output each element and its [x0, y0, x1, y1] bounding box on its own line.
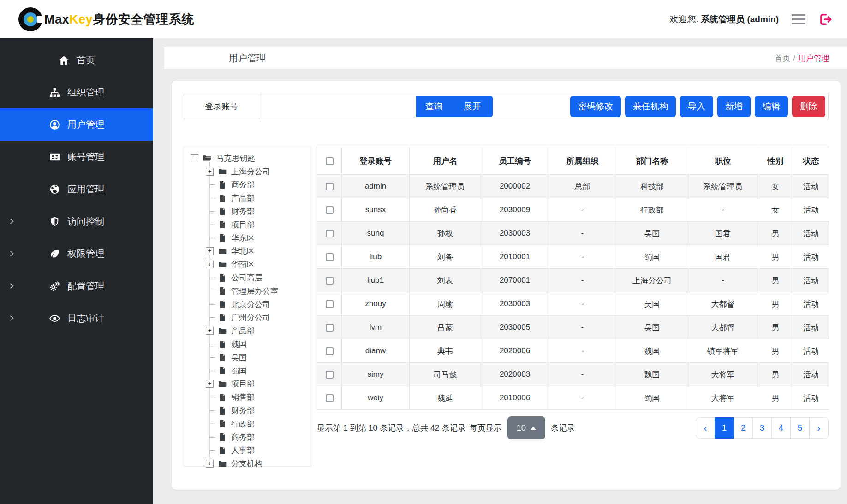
- tree-item[interactable]: −马克思钥匙: [191, 152, 309, 165]
- tree-item[interactable]: 产品部: [206, 191, 309, 205]
- tree-item[interactable]: +项目部: [206, 378, 309, 391]
- table-row[interactable]: weiy魏延2010006-蜀国大将军男活动: [317, 386, 829, 410]
- tree-item[interactable]: 商务部: [206, 178, 309, 192]
- tree-item-label[interactable]: 马克思钥匙: [216, 153, 255, 164]
- next-page-button[interactable]: ›: [809, 417, 829, 439]
- tree-item[interactable]: 北京分公司: [206, 298, 309, 311]
- tree-expander-plus[interactable]: +: [206, 327, 214, 335]
- tree-item-label[interactable]: 广州分公司: [231, 312, 270, 323]
- sidebar-item-application[interactable]: 应用管理: [0, 173, 153, 205]
- delete-button[interactable]: 删除: [792, 96, 825, 117]
- table-row[interactable]: dianw典韦2020006-魏国镇军将军男活动: [317, 339, 829, 363]
- table-row[interactable]: lvm吕蒙2030005-吴国大都督男活动: [317, 316, 829, 339]
- row-checkbox[interactable]: [326, 206, 334, 214]
- row-checkbox[interactable]: [326, 230, 334, 237]
- import-button[interactable]: 导入: [680, 96, 713, 117]
- tree-item[interactable]: 华东区: [206, 231, 309, 245]
- sidebar-item-organization[interactable]: 组织管理: [0, 76, 153, 108]
- table-row[interactable]: zhouy周瑜2030003-吴国大都督男活动: [317, 292, 829, 316]
- page-button-1[interactable]: 1: [715, 417, 734, 439]
- tree-expander-plus[interactable]: +: [206, 460, 214, 468]
- tree-item-label[interactable]: 项目部: [231, 219, 255, 230]
- tree-item-label[interactable]: 销售部: [231, 392, 255, 403]
- tree-item-label[interactable]: 产品部: [231, 326, 255, 336]
- tree-item-label[interactable]: 人事部: [231, 445, 255, 456]
- breadcrumb-home[interactable]: 首页: [775, 54, 790, 63]
- tree-item-label[interactable]: 产品部: [231, 193, 255, 203]
- tree-item[interactable]: 行政部: [206, 417, 309, 431]
- tree-expander-plus[interactable]: +: [206, 168, 214, 176]
- sidebar-item-home[interactable]: 首页: [0, 44, 153, 76]
- tree-item[interactable]: 销售部: [206, 391, 309, 404]
- tree-expander-minus[interactable]: −: [191, 154, 198, 162]
- tree-item-label[interactable]: 华南区: [231, 259, 255, 270]
- tree-item[interactable]: +上海分公司: [206, 165, 309, 178]
- table-row[interactable]: sunsx孙尚香2030009-行政部-女活动: [317, 198, 829, 222]
- sidebar-item-access-control[interactable]: 访问控制: [0, 205, 153, 237]
- table-row[interactable]: simy司马懿2020003-魏国大将军男活动: [317, 363, 829, 386]
- tree-item[interactable]: 吴国: [206, 351, 309, 364]
- query-button[interactable]: 查询: [416, 96, 452, 117]
- column-header[interactable]: 部门名称: [616, 147, 688, 175]
- page-button-4[interactable]: 4: [771, 417, 791, 439]
- select-all-checkbox[interactable]: [326, 157, 334, 165]
- column-header[interactable]: 状态: [793, 147, 829, 175]
- sidebar-item-user[interactable]: 用户管理: [0, 108, 153, 141]
- page-button-2[interactable]: 2: [734, 417, 753, 439]
- tree-item-label[interactable]: 行政部: [231, 419, 255, 429]
- tree-item[interactable]: 管理层办公室: [206, 285, 309, 298]
- row-checkbox[interactable]: [326, 371, 334, 379]
- row-checkbox[interactable]: [326, 394, 334, 402]
- tree-item[interactable]: 蜀国: [206, 364, 309, 378]
- sidebar-item-audit[interactable]: 日志审计: [0, 302, 153, 334]
- tree-item[interactable]: +华北区: [206, 245, 309, 258]
- tree-item[interactable]: +产品部: [206, 324, 309, 338]
- tree-item[interactable]: 财务部: [206, 205, 309, 218]
- concurrent-org-button[interactable]: 兼任机构: [625, 96, 676, 117]
- row-checkbox[interactable]: [326, 300, 334, 308]
- tree-item[interactable]: 公司高层: [206, 271, 309, 285]
- edit-button[interactable]: 编辑: [755, 96, 788, 117]
- tree-item[interactable]: 广州分公司: [206, 311, 309, 325]
- tree-item[interactable]: 项目部: [206, 218, 309, 231]
- row-checkbox[interactable]: [326, 277, 334, 285]
- table-row[interactable]: admin系统管理员2000002总部科技部系统管理员女活动: [317, 175, 829, 198]
- tree-item-label[interactable]: 华东区: [231, 233, 255, 243]
- tree-expander-plus[interactable]: +: [206, 261, 214, 268]
- tree-item[interactable]: +分支机构: [206, 457, 309, 470]
- page-button-3[interactable]: 3: [752, 417, 772, 439]
- tree-item-label[interactable]: 分支机构: [231, 458, 262, 469]
- tree-item-label[interactable]: 商务部: [231, 179, 255, 190]
- expand-button[interactable]: 展开: [452, 96, 493, 117]
- row-checkbox[interactable]: [326, 347, 334, 355]
- column-header[interactable]: 所属组织: [549, 147, 616, 175]
- column-header[interactable]: 职位: [688, 147, 758, 175]
- tree-item-label[interactable]: 北京分公司: [231, 299, 270, 310]
- tree-item-label[interactable]: 蜀国: [231, 366, 247, 376]
- tree-item-label[interactable]: 吴国: [231, 352, 247, 363]
- tree-item-label[interactable]: 财务部: [231, 405, 255, 416]
- row-checkbox[interactable]: [326, 183, 334, 190]
- table-row[interactable]: sunq孙权2030003-吴国国君男活动: [317, 222, 829, 245]
- sidebar-item-permission[interactable]: 权限管理: [0, 237, 153, 270]
- login-account-input[interactable]: [259, 93, 416, 120]
- row-checkbox[interactable]: [326, 324, 334, 332]
- tree-item[interactable]: +华南区: [206, 258, 309, 271]
- page-button-5[interactable]: 5: [790, 417, 810, 439]
- page-size-select[interactable]: 10: [507, 416, 545, 439]
- tree-item-label[interactable]: 华北区: [231, 246, 255, 256]
- menu-toggle-icon[interactable]: [792, 14, 805, 24]
- tree-item-label[interactable]: 魏国: [231, 339, 247, 350]
- change-password-button[interactable]: 密码修改: [570, 96, 621, 117]
- sidebar-item-configuration[interactable]: 配置管理: [0, 270, 153, 302]
- tree-item-label[interactable]: 上海分公司: [231, 166, 270, 177]
- add-button[interactable]: 新增: [717, 96, 751, 117]
- tree-item-label[interactable]: 财务部: [231, 206, 255, 217]
- row-checkbox[interactable]: [326, 253, 334, 261]
- tree-item[interactable]: 商务部: [206, 431, 309, 444]
- tree-item-label[interactable]: 商务部: [231, 432, 255, 443]
- tree-item-label[interactable]: 公司高层: [231, 273, 262, 283]
- sidebar-item-account[interactable]: 账号管理: [0, 141, 153, 173]
- prev-page-button[interactable]: ‹: [696, 417, 715, 439]
- tree-item-label[interactable]: 管理层办公室: [231, 286, 278, 296]
